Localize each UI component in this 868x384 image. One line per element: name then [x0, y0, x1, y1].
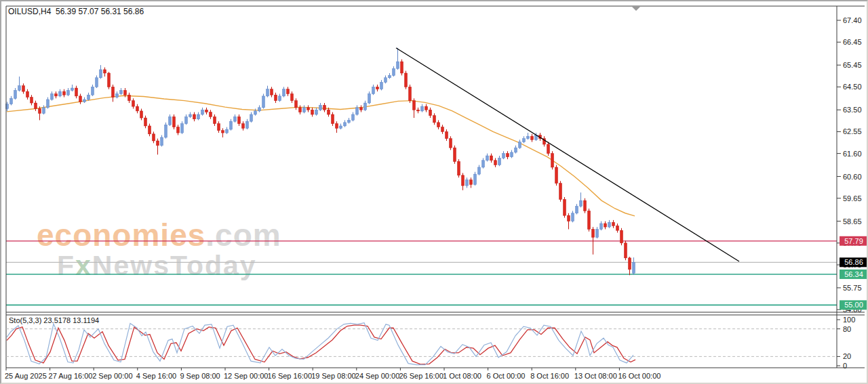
candle-body: [96, 78, 98, 87]
price-axis-label: 55.75: [843, 284, 862, 292]
candle-body: [71, 88, 74, 90]
candle-body: [201, 110, 204, 114]
candle-body: [100, 70, 102, 78]
candle-body: [356, 108, 359, 114]
trendline[interactable]: [396, 48, 739, 261]
candle-body: [458, 161, 460, 175]
candle-body: [364, 103, 367, 110]
candle-body: [429, 110, 432, 115]
candle-body: [441, 127, 444, 132]
candle-body: [116, 93, 119, 97]
candle-body: [372, 87, 375, 93]
candle-body: [340, 126, 342, 128]
candle-body: [588, 211, 591, 229]
price-badge-label: 57.79: [844, 237, 863, 245]
price-chart-canvas[interactable]: 67.4066.4565.4564.5063.5062.5561.6060.60…: [1, 1, 868, 384]
candle-body: [120, 90, 123, 93]
candle-body: [625, 243, 627, 258]
candle-body: [433, 116, 436, 123]
candle-body: [405, 73, 408, 87]
candle-body: [596, 229, 599, 237]
candle-body: [401, 62, 403, 73]
ohlc-quote: OILUSD,H4 56.39 57.07 56.31 56.86: [8, 7, 144, 16]
chart-window: economies.com FxNewsToday 67.4066.4565.4…: [0, 0, 868, 384]
candle-body: [425, 106, 428, 110]
candle-body: [299, 108, 302, 112]
candle-body: [108, 73, 111, 87]
candle-body: [22, 86, 25, 91]
candle-body: [336, 124, 338, 129]
candle-body: [279, 96, 281, 101]
candle-body: [75, 88, 78, 96]
candle-body: [352, 114, 355, 120]
candle-body: [181, 124, 184, 133]
candle-body: [67, 90, 70, 95]
date-axis-label: 2 Sep 00:00: [92, 372, 132, 380]
candle-body: [490, 156, 493, 161]
candle-body: [210, 112, 212, 117]
candle-body: [18, 86, 21, 91]
candle-body: [226, 129, 229, 133]
candle-body: [303, 108, 306, 112]
candle-body: [39, 109, 41, 114]
candle-body: [140, 111, 143, 118]
candle-body: [511, 152, 513, 157]
candle-body: [474, 174, 477, 184]
candle-body: [486, 156, 489, 161]
candle-body: [360, 108, 363, 110]
candle-body: [555, 167, 558, 184]
candle-body: [608, 222, 611, 227]
candle-body: [35, 103, 37, 108]
candle-body: [59, 91, 62, 96]
candle-body: [246, 121, 249, 128]
candle-body: [242, 124, 245, 129]
date-axis-label: 19 Sep 08:00: [311, 372, 355, 380]
candle-body: [258, 108, 261, 111]
candle-body: [10, 98, 13, 104]
candle-body: [478, 167, 481, 174]
date-axis-label: 27 Aug 16:00: [49, 372, 93, 380]
date-axis-label: 8 Oct 16:00: [530, 372, 569, 380]
candle-body: [63, 91, 66, 95]
stoch-axis-label: 0: [843, 362, 847, 370]
date-axis-label: 24 Sep 00:00: [355, 372, 399, 380]
candle-body: [446, 131, 448, 138]
candle-body: [551, 154, 554, 167]
candle-body: [368, 93, 371, 103]
price-axis-label: 66.45: [843, 38, 862, 46]
date-axis-label: 9 Sep 08:00: [180, 372, 220, 380]
chart-shift-triangle-icon: [632, 7, 640, 11]
candle-body: [319, 105, 322, 110]
candle-body: [604, 223, 607, 227]
candle-body: [55, 93, 58, 95]
date-axis-label: 6 Oct 00:00: [487, 372, 526, 380]
candle-body: [128, 95, 131, 100]
price-axis-label: 67.40: [843, 16, 862, 24]
candle-body: [193, 114, 196, 119]
date-axis-label: 16 Sep 16:00: [268, 372, 312, 380]
moving-average-line: [7, 95, 635, 216]
candle-body: [169, 116, 172, 125]
candle-body: [51, 93, 54, 99]
candle-body: [157, 141, 159, 146]
candle-body: [519, 142, 521, 148]
candle-body: [307, 108, 310, 110]
candle-body: [507, 154, 509, 157]
candle-body: [576, 207, 578, 213]
candle-body: [384, 78, 387, 83]
price-badge-label: 56.34: [844, 270, 863, 278]
date-axis-label: 1 Oct 08:00: [443, 372, 481, 380]
price-axis-label: 62.55: [843, 127, 862, 135]
candle-body: [161, 137, 163, 146]
candle-body: [612, 222, 615, 226]
candle-body: [132, 101, 135, 106]
candle-body: [344, 123, 347, 126]
candle-body: [454, 148, 456, 161]
price-axis-label: 59.65: [843, 194, 862, 202]
candle-body: [380, 83, 383, 89]
price-axis-label: 58.65: [843, 217, 862, 226]
candle-body: [409, 87, 412, 100]
date-axis-label: 12 Sep 00:00: [224, 372, 268, 380]
stoch-signal-line: [7, 325, 635, 364]
candle-body: [348, 120, 351, 122]
